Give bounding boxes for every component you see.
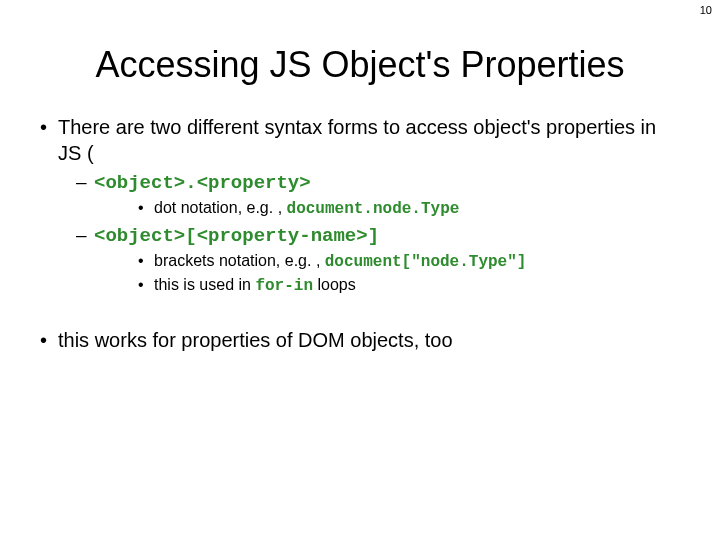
bullet-text: There are two different syntax forms to … — [58, 116, 656, 164]
detail-item: this is used in for-in loops — [138, 275, 680, 297]
code-text: document["node.Type"] — [325, 253, 527, 271]
detail-text: dot notation, e.g. , — [154, 199, 287, 216]
detail-item: brackets notation, e.g. , document["node… — [138, 251, 680, 273]
detail-text: this is used in — [154, 276, 255, 293]
slide-body: There are two different syntax forms to … — [40, 114, 680, 353]
bullet-text: this works for properties of DOM objects… — [58, 329, 453, 351]
code-text: document.node.Type — [287, 200, 460, 218]
code-text: <property-name> — [197, 225, 368, 247]
bullet-item: this works for properties of DOM objects… — [40, 327, 680, 353]
slide-title: Accessing JS Object's Properties — [20, 44, 700, 86]
sub-item: <object>[<property-name>] brackets notat… — [76, 223, 680, 296]
detail-text: loops — [313, 276, 356, 293]
sub-item: <object>.<property> dot notation, e.g. ,… — [76, 170, 680, 219]
page-number: 10 — [700, 4, 712, 16]
detail-text: brackets notation, e.g. , — [154, 252, 325, 269]
bullet-item: There are two different syntax forms to … — [40, 114, 680, 297]
code-text: <object>. — [94, 172, 197, 194]
code-text: <property> — [197, 172, 311, 194]
code-text: for-in — [255, 277, 313, 295]
code-text: ] — [368, 225, 379, 247]
code-text: <object>[ — [94, 225, 197, 247]
detail-item: dot notation, e.g. , document.node.Type — [138, 198, 680, 220]
